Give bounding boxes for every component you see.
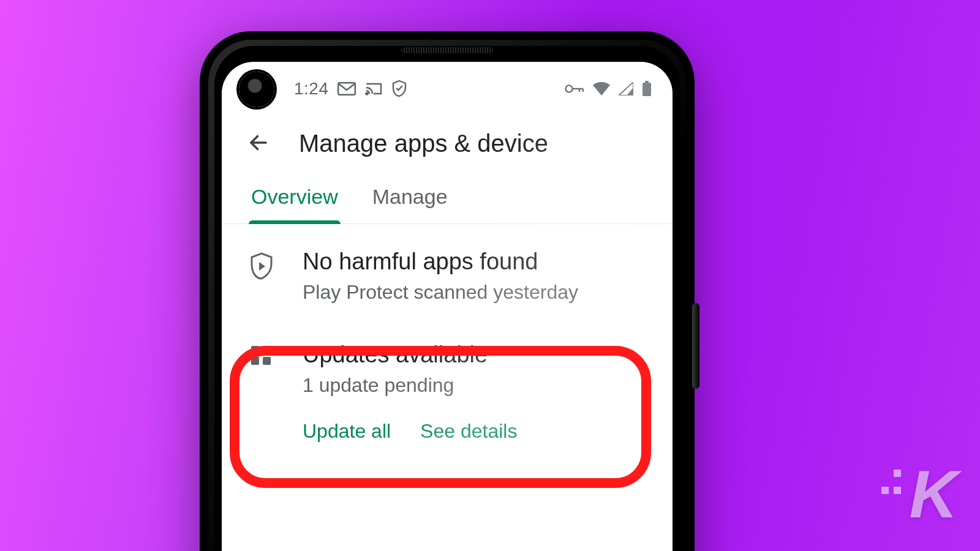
tabs: Overview Manage [222, 176, 673, 224]
svg-rect-4 [645, 81, 649, 83]
phone-camera-hole [239, 72, 274, 107]
svg-rect-3 [643, 83, 651, 96]
section-body: Updates available 1 update pending Updat… [303, 342, 647, 444]
svg-rect-5 [251, 346, 259, 352]
wifi-icon [593, 82, 610, 96]
watermark-letter: K [910, 455, 956, 533]
gmail-icon [337, 82, 356, 96]
vpn-key-icon [565, 83, 584, 94]
phone-earpiece [401, 47, 493, 53]
tab-label: Overview [251, 185, 338, 208]
watermark: K [881, 455, 956, 533]
page-title: Manage apps & device [299, 130, 548, 157]
app-header: Manage apps & device [222, 116, 673, 176]
apps-grid-icon [247, 342, 276, 367]
arrow-left-icon [247, 132, 270, 154]
protect-title: No harmful apps found [303, 249, 647, 275]
cast-icon [364, 82, 383, 96]
phone-body: 1:24 [202, 34, 692, 551]
svg-point-2 [565, 85, 572, 92]
svg-point-1 [366, 92, 368, 94]
section-body: No harmful apps found Play Protect scann… [303, 249, 647, 304]
tab-overview[interactable]: Overview [247, 176, 342, 223]
updates-title: Updates available [303, 342, 647, 368]
updates-section[interactable]: Updates available 1 update pending Updat… [222, 326, 673, 466]
svg-rect-6 [263, 346, 271, 354]
status-right [565, 81, 652, 97]
play-protect-section[interactable]: No harmful apps found Play Protect scann… [222, 224, 673, 326]
svg-rect-8 [263, 357, 271, 365]
watermark-dots-icon [881, 470, 908, 519]
shield-play-icon [247, 249, 276, 280]
see-details-button[interactable]: See details [420, 419, 517, 444]
status-clock: 1:24 [294, 79, 329, 99]
cell-signal-icon [619, 82, 633, 96]
tab-manage[interactable]: Manage [369, 176, 451, 223]
svg-rect-7 [251, 357, 259, 365]
status-bar: 1:24 [222, 62, 673, 116]
status-left: 1:24 [294, 79, 407, 99]
protect-subtitle: Play Protect scanned yesterday [303, 281, 647, 304]
shield-check-icon [391, 80, 407, 98]
phone-side-button [692, 303, 699, 389]
screen: 1:24 [222, 62, 673, 551]
battery-icon [642, 81, 652, 97]
updates-subtitle: 1 update pending [303, 374, 647, 397]
update-all-button[interactable]: Update all [303, 419, 391, 444]
updates-actions: Update all See details [303, 419, 647, 444]
tab-label: Manage [372, 185, 448, 208]
back-button[interactable] [243, 127, 274, 160]
